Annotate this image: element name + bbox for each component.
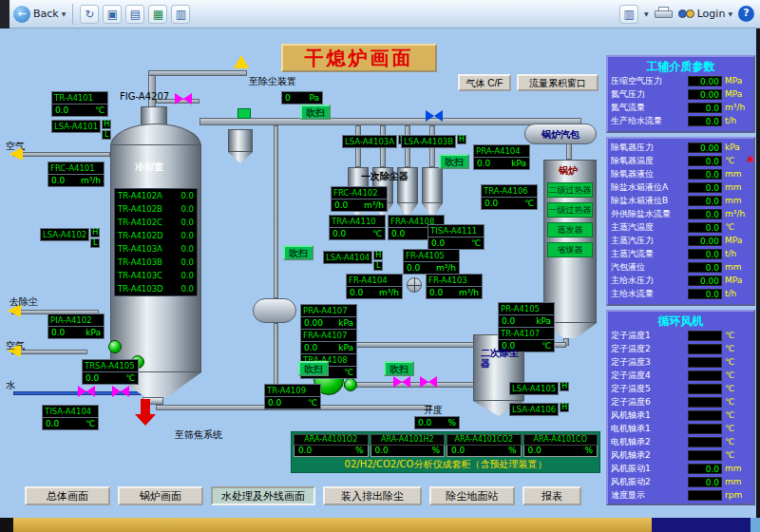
motor-indicator [108,340,122,353]
purge-button[interactable]: 吹扫 [300,104,331,120]
refresh-icon[interactable]: ↻ [80,5,99,24]
gas-cf-button[interactable]: 气体 C/F [458,74,511,91]
cooler-temp-row: TR-A4103C 0.0 [115,269,197,282]
parameter-unit: rpm [725,490,750,500]
parameter-value: 0.0 [688,196,722,206]
taskbar-status [652,518,750,532]
parameter-label: 定子温度3 [611,356,688,369]
screen-nav-button[interactable]: 装入排出除尘 [323,486,422,505]
purge-button[interactable]: 吹扫 [439,154,469,169]
level-switch-tag: LSA-A4103B [401,135,456,148]
boiler-parameters-panel: 除氧器压力 0.00 kPa 除氧器温度 0.0 ℃ 除氧器液位 0.0 mm … [606,137,755,306]
tag-name: PRA-A4104 [473,144,530,158]
toolbar-divider [72,4,73,25]
parameter-unit: mm [725,196,750,205]
screen-nav-button[interactable]: 报表 [522,486,581,505]
tag-unit: ℃ [471,238,481,248]
level-switch: LSA-A4104 H L [323,251,383,272]
back-button[interactable]: ← Back ▼ [13,6,66,23]
tag-unit: ℃ [125,373,135,383]
cooler-temp-value: 0.0 [180,216,194,229]
purge-button[interactable]: 吹扫 [283,245,314,260]
tag-readout: 0.0 ℃ [51,104,108,117]
parameter-value [688,331,722,341]
parameter-unit: MPa [725,89,750,99]
screen-nav-button[interactable]: 水处理及外线画面 [211,486,315,505]
tag-readout: 0 Pa [281,91,323,104]
parameter-row: 主蒸汽流量 0.0 t/h [611,247,750,260]
tag-readout: 0.0 kPa [473,158,530,170]
parameter-label: 电机轴承2 [611,436,688,448]
purge-button[interactable]: 吹扫 [384,361,414,376]
tag-readout: 0.0 ℃ [42,418,99,430]
parameter-row: 定子温度3 ℃ [611,355,750,369]
screen-nav-button[interactable]: 总体画面 [25,486,110,505]
level-switch: LSA-A4102 H L [40,228,100,249]
back-label: Back [33,8,59,20]
purge-button[interactable]: 吹扫 [298,361,329,376]
parameter-value [688,424,722,434]
parameter-row: 汽包液位 0.0 mm [611,260,750,274]
pump-motor [344,378,357,391]
cooler-temp-tag: TR-A4102D [118,229,163,242]
tag-value: 0.0 [350,288,363,297]
help-button[interactable]: ? [738,6,754,22]
low-indicator: L [90,238,100,248]
parameter-label: 除氧器温度 [611,155,688,167]
parameter-value: 0.00 [688,276,722,286]
cascade-windows-icon[interactable]: ▣ [103,5,122,24]
parameter-unit: mm [725,182,750,192]
parameter-value: 0.0 [688,477,722,487]
document-icon[interactable]: ▥ [171,5,190,24]
pipe [274,125,278,298]
parameter-label: 除氧器液位 [611,168,688,180]
analyzer-channel: ARA-A4101O2 0.0 % [294,434,369,457]
parameter-value: 0.0 [688,182,722,193]
boiler-section: 一级过热器 [547,202,593,218]
analyzer-readout: 0.0 % [294,446,369,457]
parameter-value: 0.0 [688,249,722,259]
printer-icon[interactable] [655,7,673,21]
parameter-unit: ℃ [725,370,750,380]
instrument-tag: FRC-A4101 0.0 m³/h [48,162,104,187]
monitor-icon[interactable]: ▥ [619,5,638,24]
cooler-temp-tag: TR-A4102B [118,202,162,216]
instrument-tag: PIA-A4102 0.0 kPa [48,314,104,339]
cooler-temp-value: 0.0 [180,242,194,256]
parameter-label: 速度显示 [611,489,688,502]
window-icon[interactable]: ▤ [125,5,144,24]
tag-unit: ℃ [344,368,353,377]
pipe [148,70,247,76]
screen-nav-button[interactable]: 除尘地面站 [429,486,515,505]
instrument-tag: TISA-A4104 0.0 ℃ [42,405,99,430]
login-label: Login [697,8,726,20]
tag-name: FR-A4105 [403,249,460,262]
parameter-row: 风机轴承1 ℃ [611,408,750,422]
parameter-value: 0.0 [688,289,722,299]
parameter-row: 除氧器液位 0.0 mm [611,167,750,180]
cooler-temp-tag: TR-A4103D [118,282,163,295]
flow-accumulation-button[interactable]: 流量累积窗口 [517,74,598,91]
parameter-row: 氮气压力 0.00 MPa [611,87,750,101]
instrument-tag: TISA-A4111 0.0 ℃ [428,224,484,250]
cooler-temp-row: TR-A4102D 0.0 [115,229,197,242]
screen-nav-button[interactable]: 锅炉画面 [118,486,203,505]
parameter-label: 电机轴承1 [611,423,688,435]
static-label: 至除尘装置 [249,76,296,86]
parameter-label: 氮气流量 [611,102,688,114]
tag-name: PIA-A4102 [48,314,104,327]
login-button[interactable]: Login ▼ [678,8,732,20]
parameter-unit: ℃ [725,437,750,446]
grid-view-icon[interactable]: ▦ [148,5,167,24]
parameter-unit: mm [725,477,750,486]
taskbar-end [750,518,760,532]
analyzer-groups: ARA-A4101O2 0.0 % ARA-A4101H2 0.0 % ARA-… [294,434,598,457]
monitor-caret-icon[interactable]: ▼ [644,10,649,17]
parameter-row: 定子温度5 ℃ [611,382,750,395]
boiler-panel-rows: 除氧器压力 0.00 kPa 除氧器温度 0.0 ℃ 除氧器液位 0.0 mm … [611,141,750,300]
static-label: 水 [6,380,15,390]
tag-name: TR-A4101 [51,91,108,104]
level-indicators: H [457,135,466,145]
parameter-unit: t/h [725,249,750,258]
magenta-valve-icon [175,93,192,104]
